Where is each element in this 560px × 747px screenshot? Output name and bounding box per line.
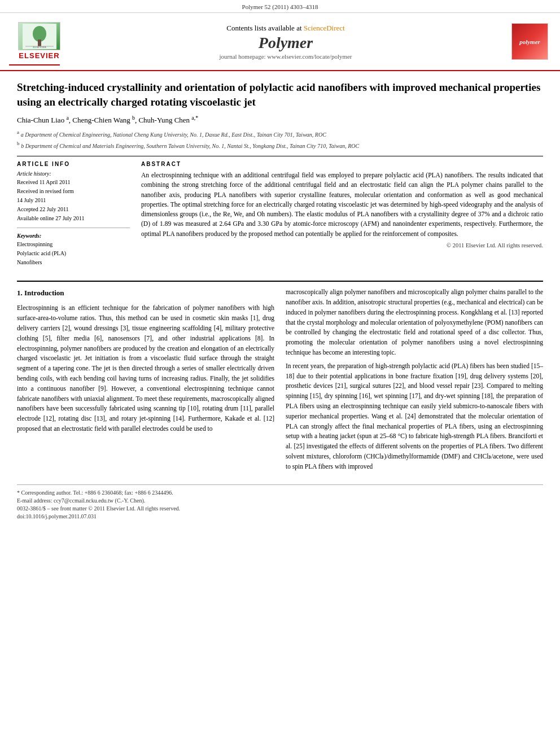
sciencedirect-link[interactable]: ScienceDirect xyxy=(304,24,345,32)
affiliations: a a Department of Chemical Engineering, … xyxy=(17,129,543,151)
keywords-label: Keywords: xyxy=(17,233,130,239)
revised-date: 14 July 2011 xyxy=(17,196,130,205)
polymer-logo-area: polymer xyxy=(511,23,551,60)
info-divider xyxy=(17,228,130,228)
author-liao: Chia-Chun Liao xyxy=(17,116,64,125)
authors-line: Chia-Chun Liao a, Cheng-Chien Wang b, Ch… xyxy=(17,115,543,125)
abstract-text: An electrospinning technique with an add… xyxy=(141,171,543,239)
journal-homepage: journal homepage: www.elsevier.com/locat… xyxy=(60,53,511,60)
article-info-panel: ARTICLE INFO Article history: Received 1… xyxy=(17,161,130,272)
doi-text: doi:10.1016/j.polymer.2011.07.031 xyxy=(17,513,543,519)
body-col-right: macroscopically align polymer nanofibers… xyxy=(286,287,543,475)
article-history: Article history: Received 11 April 2011 … xyxy=(17,171,130,223)
email-note: E-mail address: ccy7@ccmail.ncku.edu.tw … xyxy=(17,497,543,504)
journal-top-bar: Polymer 52 (2011) 4303–4318 xyxy=(0,0,560,13)
keyword-nanofibers: Nanofibers xyxy=(17,258,130,267)
elsevier-logo-area: ELSEVIER ELSEVIER xyxy=(9,18,60,65)
svg-point-1 xyxy=(33,26,46,42)
journal-name: Polymer xyxy=(60,34,511,52)
keyword-electrospinning: Electrospinning xyxy=(17,240,130,249)
contents-text: Contents lists available at ScienceDirec… xyxy=(60,24,511,33)
polymer-logo-icon: polymer xyxy=(511,23,548,60)
affil-a-star-sup: a,* xyxy=(191,115,198,121)
affiliation-b: b b Department of Chemical and Materials… xyxy=(17,140,543,150)
article-footer: * Corresponding author. Tel.: +886 6 236… xyxy=(17,484,543,519)
article-info-label: ARTICLE INFO xyxy=(17,161,130,167)
license-text: 0032-3861/$ – see front matter © 2011 El… xyxy=(17,505,543,512)
introduction-heading: 1. Introduction xyxy=(17,287,274,299)
author-chen: Chuh-Yung Chen xyxy=(138,116,190,125)
revised-label: Received in revised form xyxy=(17,187,130,196)
elsevier-tree-icon: ELSEVIER xyxy=(18,22,60,50)
available-date: Available online 27 July 2011 xyxy=(17,214,130,223)
intro-para-3: In recent years, the preparation of high… xyxy=(286,361,543,472)
author-wang: Cheng-Chien Wang xyxy=(72,116,130,125)
intro-para-2: macroscopically align polymer nanofibers… xyxy=(286,287,543,358)
abstract-panel: ABSTRACT An electrospinning technique wi… xyxy=(141,161,543,272)
abstract-label: ABSTRACT xyxy=(141,161,543,167)
elsevier-brand-text: ELSEVIER xyxy=(19,51,59,60)
field-word: field xyxy=(94,425,106,432)
body-col-left: 1. Introduction Electrospinning is an ef… xyxy=(17,287,274,475)
corresponding-note: * Corresponding author. Tel.: +886 6 236… xyxy=(17,490,543,496)
main-content: Stretching-induced crystallinity and ori… xyxy=(0,71,560,527)
copyright-text: © 2011 Elsevier Ltd. All rights reserved… xyxy=(141,242,543,248)
journal-center-info: Contents lists available at ScienceDirec… xyxy=(60,24,511,60)
history-label: Article history: xyxy=(17,171,130,177)
affiliation-a: a a Department of Chemical Engineering, … xyxy=(17,129,543,139)
keyword-pla: Polylactic acid (PLA) xyxy=(17,249,130,258)
svg-text:ELSEVIER: ELSEVIER xyxy=(33,46,46,49)
received-date: Received 11 April 2011 xyxy=(17,178,130,187)
intro-para-1: Electrospinning is an efficient techniqu… xyxy=(17,303,274,434)
journal-header: ELSEVIER ELSEVIER Contents lists availab… xyxy=(0,13,560,71)
body-section: 1. Introduction Electrospinning is an ef… xyxy=(17,281,543,475)
article-body: ARTICLE INFO Article history: Received 1… xyxy=(17,156,543,272)
volume-info: Polymer 52 (2011) 4303–4318 xyxy=(0,3,560,10)
keywords-block: Keywords: Electrospinning Polylactic aci… xyxy=(17,233,130,267)
affil-b-sup: b xyxy=(132,115,135,121)
accepted-date: Accepted 22 July 2011 xyxy=(17,205,130,214)
article-title: Stretching-induced crystallinity and ori… xyxy=(17,80,543,109)
affil-a-sup: a xyxy=(66,115,68,121)
